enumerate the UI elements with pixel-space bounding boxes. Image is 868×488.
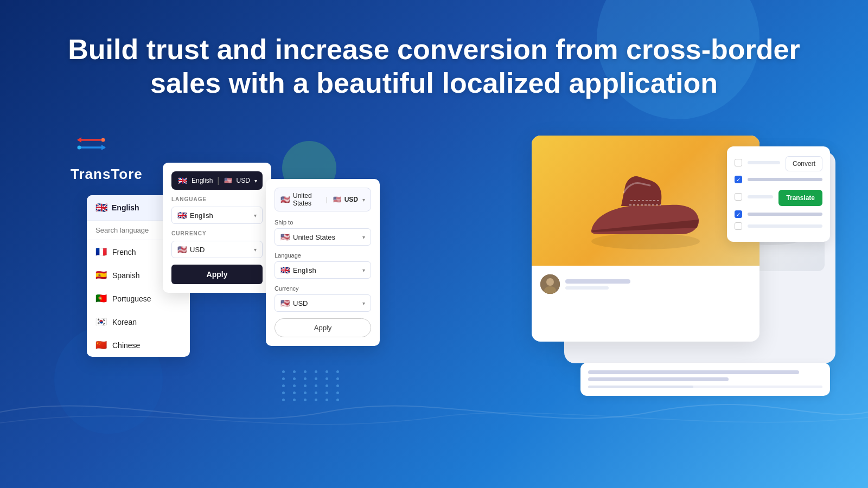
product-cards-area: Convert ✓ Translate ✓ (521, 136, 835, 385)
currency-field-label: Currency (275, 285, 371, 292)
language-section-label: LANGUAGE (171, 196, 263, 202)
currency-section-label: CURRENCY (171, 230, 263, 236)
lang-list-item-korean[interactable]: 🇰🇷 Korean (87, 310, 190, 333)
currency-header-lang: English (192, 177, 213, 184)
chinese-flag: 🇨🇳 (95, 339, 107, 351)
profile-row (540, 274, 751, 294)
product-image (532, 136, 760, 266)
translate-button[interactable]: Translate (778, 190, 822, 206)
checkbox-line-2 (748, 178, 822, 181)
card-bottom (532, 266, 760, 303)
checkbox-line-4 (748, 213, 822, 216)
profile-sub-line (565, 286, 609, 290)
svg-marker-3 (101, 145, 106, 150)
info-line-2 (588, 377, 729, 381)
language-select-flag: 🇬🇧 (177, 211, 187, 220)
info-line-1 (588, 370, 799, 374)
apply-button-currency[interactable]: Apply (171, 265, 263, 284)
shipto-header-country: United States (293, 192, 321, 207)
profile-name-line (565, 279, 630, 284)
checkbox-row-2: ✓ (735, 176, 822, 183)
selected-lang-flag: 🇬🇧 (95, 202, 107, 214)
currency-header-bar[interactable]: 🇬🇧 English | 🇺🇸 USD ▾ (171, 171, 263, 190)
spanish-label: Spanish (112, 271, 140, 280)
language-select-row[interactable]: 🇬🇧 English ▾ (171, 207, 263, 224)
logo-icon (71, 130, 114, 163)
progress-fill (588, 386, 693, 388)
svg-point-11 (546, 278, 554, 286)
currency-header-usd: USD (237, 177, 250, 184)
portuguese-flag: 🇵🇹 (95, 293, 107, 304)
shipto-currency-value: USD (293, 299, 308, 307)
checkbox-row-4: ✓ (735, 210, 822, 218)
shipto-header-currency: USD (344, 196, 358, 203)
currency-select-row[interactable]: 🇺🇸 USD ▾ (171, 241, 263, 258)
language-chevron-icon: ▾ (254, 213, 257, 219)
shipto-country-flag: 🇺🇸 (280, 233, 290, 241)
shipto-header-sep: | (326, 196, 328, 203)
korean-flag: 🇰🇷 (95, 316, 107, 328)
chinese-label: Chinese (112, 341, 140, 350)
french-label: French (112, 248, 136, 256)
checkbox-row-5 (735, 222, 822, 230)
svg-point-5 (78, 146, 81, 150)
shipto-language-select[interactable]: 🇬🇧 English ▾ (275, 261, 371, 279)
selected-lang-name: English (112, 203, 139, 212)
checkbox-row-1: Convert (735, 154, 822, 171)
shipto-country-chevron-icon: ▾ (362, 234, 365, 240)
currency-select-value: USD (190, 246, 205, 254)
chevron-down-icon: ▾ (254, 178, 257, 184)
convert-button[interactable]: Convert (786, 156, 822, 171)
checkbox-1[interactable] (735, 159, 742, 166)
currency-header-flag: 🇬🇧 (178, 176, 187, 185)
main-product-card (532, 136, 760, 342)
shipto-header-chevron-icon: ▾ (362, 197, 365, 203)
shipto-header-currency-flag: 🇺🇸 (333, 196, 341, 203)
logo-text: TransTore (71, 166, 143, 183)
language-field-label: Language (275, 252, 371, 259)
shipto-field-label: Ship to (275, 219, 371, 226)
progress-bar-row (588, 386, 822, 388)
shipto-language-value: English (293, 266, 316, 274)
checkbox-3[interactable] (735, 193, 742, 201)
shipto-currency-select[interactable]: 🇺🇸 USD ▾ (275, 294, 371, 312)
logo-area: TransTore (71, 130, 143, 183)
checkbox-line-5 (748, 224, 822, 228)
checkbox-line-3 (748, 195, 773, 198)
avatar (540, 274, 560, 294)
apply-button-shipto[interactable]: Apply (275, 318, 371, 337)
currency-header-sep: | (217, 176, 219, 185)
french-flag: 🇫🇷 (95, 246, 107, 258)
currency-select-flag: 🇺🇸 (177, 245, 187, 254)
shipto-country-value: United States (293, 233, 335, 241)
currency-header-usd-flag: 🇺🇸 (224, 177, 232, 184)
profile-lines (565, 279, 751, 290)
shipto-header-bar[interactable]: 🇺🇸 United States | 🇺🇸 USD ▾ (275, 188, 371, 211)
shipto-country-select[interactable]: 🇺🇸 United States ▾ (275, 228, 371, 246)
dots-grid-decoration (282, 370, 343, 401)
shipto-header-flag: 🇺🇸 (280, 195, 290, 204)
translate-widget: Convert ✓ Translate ✓ (727, 146, 830, 242)
card-lines-area (580, 363, 830, 396)
svg-point-7 (591, 233, 700, 249)
shipto-language-chevron-icon: ▾ (362, 267, 365, 273)
language-select-value: English (190, 211, 213, 220)
checkbox-line-1 (748, 161, 780, 164)
svg-point-4 (101, 138, 105, 142)
hero-title: Build trust and increase conversion from… (0, 33, 868, 100)
checkbox-2[interactable]: ✓ (735, 176, 742, 183)
shipto-language-flag: 🇬🇧 (280, 266, 290, 274)
currency-language-widget: 🇬🇧 English | 🇺🇸 USD ▾ LANGUAGE 🇬🇧 Englis… (163, 163, 271, 293)
shipto-currency-flag: 🇺🇸 (280, 299, 290, 307)
lang-list-item-chinese[interactable]: 🇨🇳 Chinese (87, 333, 190, 357)
checkbox-5[interactable] (735, 222, 742, 230)
currency-chevron-icon: ▾ (254, 247, 257, 253)
checkbox-row-3: Translate (735, 188, 822, 206)
portuguese-label: Portuguese (112, 294, 151, 303)
svg-marker-1 (77, 137, 81, 143)
progress-track (588, 386, 822, 388)
checkbox-4[interactable]: ✓ (735, 210, 742, 218)
korean-label: Korean (112, 318, 137, 326)
shipto-currency-chevron-icon: ▾ (362, 300, 365, 306)
shipto-widget: 🇺🇸 United States | 🇺🇸 USD ▾ Ship to 🇺🇸 U… (266, 179, 380, 346)
